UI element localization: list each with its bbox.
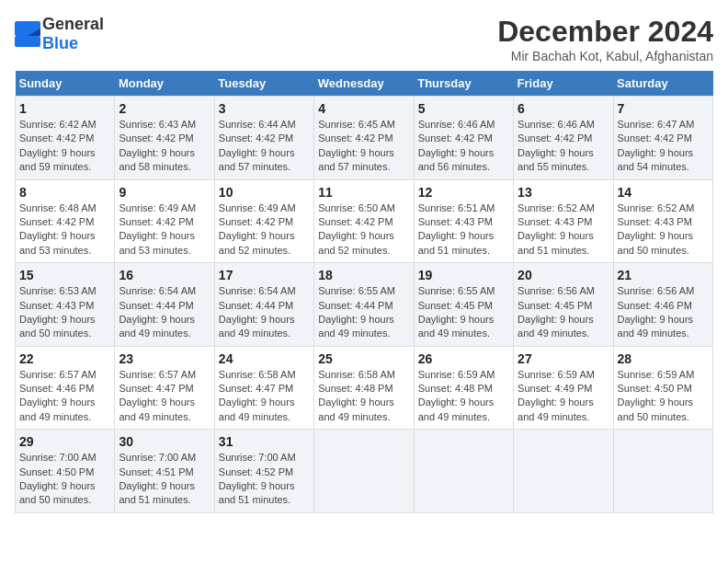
header-tuesday: Tuesday [214,71,313,97]
cell-info: Sunrise: 6:55 AMSunset: 4:44 PMDaylight:… [318,285,395,339]
day-number: 11 [318,185,409,200]
page-header: General Blue December 2024 Mir Bachah Ko… [15,15,713,63]
day-number: 28 [618,351,709,366]
cell-info: Sunrise: 6:46 AMSunset: 4:42 PMDaylight:… [518,119,595,172]
cell-info: Sunrise: 6:54 AMSunset: 4:44 PMDaylight:… [219,285,296,339]
logo-blue: Blue [42,34,78,52]
day-number: 16 [119,268,210,282]
calendar-cell [314,430,414,513]
header-saturday: Saturday [613,71,712,97]
day-number: 14 [618,185,709,200]
calendar-cell: 29 Sunrise: 7:00 AMSunset: 4:50 PMDaylig… [16,430,115,513]
day-number: 9 [119,185,210,200]
cell-info: Sunrise: 6:58 AMSunset: 4:48 PMDaylight:… [318,369,395,422]
logo-general: General [42,15,104,33]
day-number: 5 [418,101,509,116]
calendar-cell: 25 Sunrise: 6:58 AMSunset: 4:48 PMDaylig… [314,346,414,430]
calendar-week-1: 1 Sunrise: 6:42 AMSunset: 4:42 PMDayligh… [16,97,713,180]
calendar-cell: 21 Sunrise: 6:56 AMSunset: 4:46 PMDaylig… [613,263,712,347]
cell-info: Sunrise: 6:55 AMSunset: 4:45 PMDaylight:… [418,285,495,339]
header-thursday: Thursday [414,71,513,97]
cell-info: Sunrise: 6:57 AMSunset: 4:47 PMDaylight:… [119,369,196,422]
day-number: 30 [119,434,210,449]
calendar-cell: 17 Sunrise: 6:54 AMSunset: 4:44 PMDaylig… [214,263,313,347]
day-number: 3 [219,101,310,116]
calendar-cell: 5 Sunrise: 6:46 AMSunset: 4:42 PMDayligh… [414,97,513,180]
logo: General Blue [15,15,104,53]
calendar-cell: 11 Sunrise: 6:50 AMSunset: 4:42 PMDaylig… [314,179,414,263]
day-number: 27 [518,351,609,366]
day-number: 24 [219,351,310,366]
calendar-week-4: 22 Sunrise: 6:57 AMSunset: 4:46 PMDaylig… [16,346,713,430]
cell-info: Sunrise: 6:50 AMSunset: 4:42 PMDaylight:… [318,202,395,256]
cell-info: Sunrise: 6:45 AMSunset: 4:42 PMDaylight:… [318,119,395,172]
calendar-cell: 31 Sunrise: 7:00 AMSunset: 4:52 PMDaylig… [214,430,313,513]
calendar-week-3: 15 Sunrise: 6:53 AMSunset: 4:43 PMDaylig… [16,263,713,347]
day-number: 8 [19,185,110,200]
header-friday: Friday [514,71,613,97]
calendar-cell [514,430,613,513]
calendar-cell: 6 Sunrise: 6:46 AMSunset: 4:42 PMDayligh… [514,97,613,180]
day-number: 22 [19,351,110,366]
calendar-cell: 15 Sunrise: 6:53 AMSunset: 4:43 PMDaylig… [16,263,115,347]
cell-info: Sunrise: 6:52 AMSunset: 4:43 PMDaylight:… [518,202,595,256]
day-number: 4 [318,101,409,116]
logo-text: General Blue [42,15,104,53]
day-number: 25 [318,351,409,366]
day-number: 2 [119,101,210,116]
cell-info: Sunrise: 6:46 AMSunset: 4:42 PMDaylight:… [418,119,495,172]
svg-rect-2 [15,36,40,47]
cell-info: Sunrise: 6:44 AMSunset: 4:42 PMDaylight:… [219,119,296,172]
calendar-cell: 10 Sunrise: 6:49 AMSunset: 4:42 PMDaylig… [214,179,313,263]
day-number: 12 [418,185,509,200]
day-number: 7 [618,101,709,116]
cell-info: Sunrise: 6:53 AMSunset: 4:43 PMDaylight:… [19,285,97,339]
day-number: 6 [518,101,609,116]
day-number: 19 [418,268,509,282]
calendar-cell [414,430,513,513]
cell-info: Sunrise: 6:42 AMSunset: 4:42 PMDaylight:… [19,119,97,172]
calendar-cell: 13 Sunrise: 6:52 AMSunset: 4:43 PMDaylig… [514,179,613,263]
cell-info: Sunrise: 6:56 AMSunset: 4:46 PMDaylight:… [618,285,695,339]
cell-info: Sunrise: 6:59 AMSunset: 4:49 PMDaylight:… [518,369,595,422]
main-title: December 2024 [497,15,713,49]
cell-info: Sunrise: 6:49 AMSunset: 4:42 PMDaylight:… [219,202,296,256]
day-number: 29 [19,434,110,449]
calendar-cell: 4 Sunrise: 6:45 AMSunset: 4:42 PMDayligh… [314,97,414,180]
day-number: 26 [418,351,509,366]
title-block: December 2024 Mir Bachah Kot, Kabul, Afg… [497,15,713,63]
calendar-week-2: 8 Sunrise: 6:48 AMSunset: 4:42 PMDayligh… [16,179,713,263]
calendar-cell: 30 Sunrise: 7:00 AMSunset: 4:51 PMDaylig… [115,430,214,513]
cell-info: Sunrise: 6:59 AMSunset: 4:48 PMDaylight:… [418,369,495,422]
calendar-cell: 19 Sunrise: 6:55 AMSunset: 4:45 PMDaylig… [414,263,513,347]
cell-info: Sunrise: 7:00 AMSunset: 4:51 PMDaylight:… [119,452,196,505]
day-number: 15 [19,268,110,282]
calendar-cell: 18 Sunrise: 6:55 AMSunset: 4:44 PMDaylig… [314,263,414,347]
header-monday: Monday [115,71,214,97]
calendar-cell: 26 Sunrise: 6:59 AMSunset: 4:48 PMDaylig… [414,346,513,430]
header-wednesday: Wednesday [314,71,414,97]
calendar-cell: 12 Sunrise: 6:51 AMSunset: 4:43 PMDaylig… [414,179,513,263]
header-sunday: Sunday [16,71,115,97]
subtitle: Mir Bachah Kot, Kabul, Afghanistan [497,49,713,63]
calendar-cell: 14 Sunrise: 6:52 AMSunset: 4:43 PMDaylig… [613,179,712,263]
cell-info: Sunrise: 6:51 AMSunset: 4:43 PMDaylight:… [418,202,495,256]
cell-info: Sunrise: 6:49 AMSunset: 4:42 PMDaylight:… [119,202,196,256]
cell-info: Sunrise: 6:52 AMSunset: 4:43 PMDaylight:… [618,202,695,256]
calendar-header: Sunday Monday Tuesday Wednesday Thursday… [16,71,713,97]
day-number: 18 [318,268,409,282]
cell-info: Sunrise: 7:00 AMSunset: 4:50 PMDaylight:… [19,452,97,505]
cell-info: Sunrise: 6:43 AMSunset: 4:42 PMDaylight:… [119,119,196,172]
calendar-cell: 9 Sunrise: 6:49 AMSunset: 4:42 PMDayligh… [115,179,214,263]
calendar-cell: 3 Sunrise: 6:44 AMSunset: 4:42 PMDayligh… [214,97,313,180]
day-number: 1 [19,101,110,116]
day-number: 23 [119,351,210,366]
calendar-cell: 20 Sunrise: 6:56 AMSunset: 4:45 PMDaylig… [514,263,613,347]
calendar-cell: 7 Sunrise: 6:47 AMSunset: 4:42 PMDayligh… [613,97,712,180]
cell-info: Sunrise: 6:57 AMSunset: 4:46 PMDaylight:… [19,369,97,422]
cell-info: Sunrise: 6:58 AMSunset: 4:47 PMDaylight:… [219,369,296,422]
calendar-cell: 22 Sunrise: 6:57 AMSunset: 4:46 PMDaylig… [16,346,115,430]
calendar-cell: 24 Sunrise: 6:58 AMSunset: 4:47 PMDaylig… [214,346,313,430]
day-number: 13 [518,185,609,200]
calendar-cell: 27 Sunrise: 6:59 AMSunset: 4:49 PMDaylig… [514,346,613,430]
